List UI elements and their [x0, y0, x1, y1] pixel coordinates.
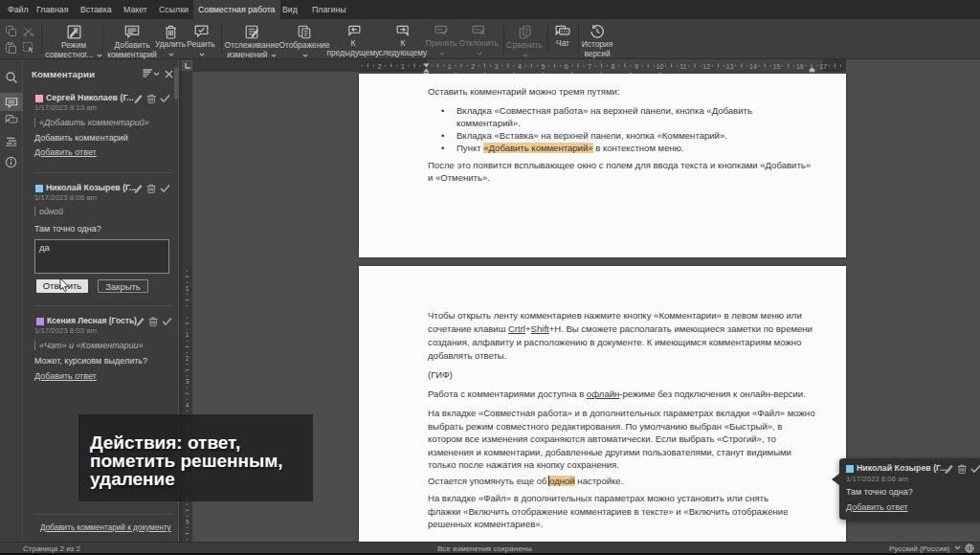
svg-text:15: 15	[773, 63, 781, 70]
svg-text:5: 5	[541, 63, 545, 70]
svg-text:13: 13	[726, 63, 734, 70]
svg-text:14: 14	[749, 63, 757, 70]
svg-text:1: 1	[186, 285, 189, 292]
svg-text:8: 8	[612, 63, 615, 70]
svg-text:16: 16	[796, 63, 804, 70]
svg-text:17: 17	[819, 63, 827, 70]
svg-text:1: 1	[186, 331, 189, 338]
svg-text:2: 2	[378, 63, 382, 70]
svg-text:11: 11	[679, 63, 686, 70]
svg-text:4: 4	[518, 63, 522, 70]
svg-text:2: 2	[186, 355, 189, 362]
svg-text:10: 10	[657, 63, 664, 70]
svg-text:1: 1	[401, 63, 405, 70]
svg-text:1: 1	[448, 63, 452, 70]
svg-text:2: 2	[471, 63, 475, 70]
svg-text:3: 3	[186, 378, 189, 385]
svg-text:3: 3	[495, 63, 499, 70]
svg-text:6: 6	[565, 63, 568, 70]
svg-text:12: 12	[702, 63, 710, 70]
svg-text:7: 7	[588, 63, 591, 70]
svg-text:9: 9	[186, 519, 189, 525]
svg-text:4: 4	[186, 402, 189, 409]
svg-text:9: 9	[635, 63, 638, 70]
